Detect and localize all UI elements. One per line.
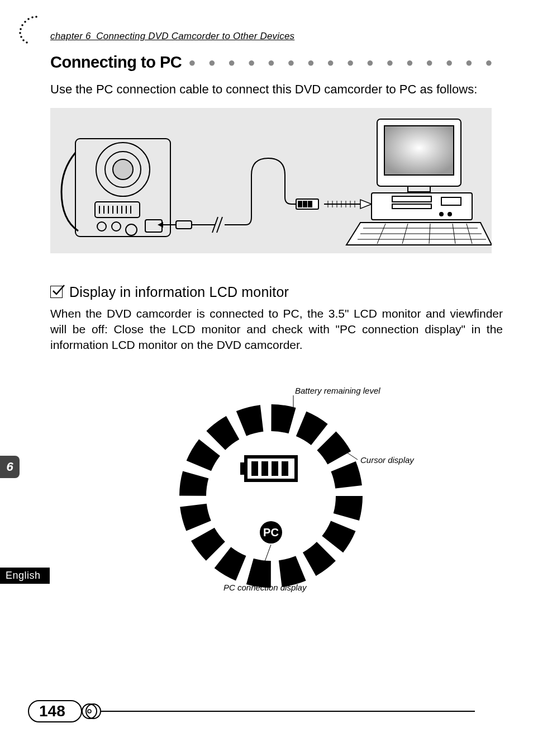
chapter-tab: 6: [0, 456, 20, 478]
svg-point-9: [26, 41, 28, 44]
pc-connection-label: PC connection display: [223, 583, 306, 592]
lcd-diagram: PC Battery remaining level Cursor displa…: [162, 387, 453, 611]
svg-marker-37: [360, 200, 372, 209]
svg-rect-67: [261, 461, 268, 476]
svg-point-53: [440, 212, 443, 216]
page-footer: 148: [28, 700, 475, 722]
checkmark-icon: [50, 286, 63, 298]
svg-point-1: [31, 16, 34, 18]
svg-point-63: [193, 418, 349, 574]
svg-rect-34: [308, 201, 312, 207]
title-row: Connecting to PC ● ● ● ● ● ● ● ● ● ● ● ●…: [50, 53, 499, 72]
svg-point-76: [88, 710, 91, 713]
manual-page: chapter 6_Connecting DVD Camcorder to Ot…: [0, 0, 533, 756]
svg-point-4: [21, 24, 23, 26]
svg-point-8: [22, 39, 25, 41]
disc-icon: [81, 703, 103, 720]
svg-point-13: [113, 159, 133, 179]
page-number: 148: [28, 700, 82, 722]
svg-point-25: [126, 224, 137, 235]
svg-rect-26: [145, 220, 162, 232]
svg-point-54: [448, 212, 451, 216]
corner-decoration-icon: [11, 14, 45, 48]
pc-badge-text: PC: [263, 526, 279, 538]
language-tab: English: [0, 568, 50, 584]
svg-point-75: [86, 704, 101, 719]
svg-rect-66: [251, 461, 258, 476]
page-title: Connecting to PC: [50, 53, 182, 72]
svg-point-0: [35, 16, 37, 18]
svg-point-5: [20, 28, 22, 30]
svg-point-7: [20, 36, 22, 38]
battery-label: Battery remaining level: [295, 386, 380, 395]
svg-rect-68: [272, 461, 278, 476]
svg-rect-33: [303, 201, 307, 207]
dot-leader: ● ● ● ● ● ● ● ● ● ● ● ● ● ● ● ● ● ● ● ● …: [188, 55, 499, 70]
svg-point-2: [27, 18, 30, 20]
svg-rect-48: [408, 186, 430, 192]
cursor-label: Cursor display: [360, 455, 414, 465]
svg-rect-32: [298, 201, 302, 207]
svg-marker-35: [158, 222, 163, 228]
footer-rule: [101, 711, 475, 712]
intro-text: Use the PC connection cable to connect t…: [50, 82, 499, 98]
svg-point-6: [19, 32, 21, 34]
connection-diagram: [50, 108, 492, 253]
chapter-header: chapter 6_Connecting DVD Camcorder to Ot…: [50, 31, 499, 42]
svg-point-24: [112, 222, 121, 231]
subheading-row: Display in information LCD monitor: [50, 284, 499, 300]
body-text: When the DVD camcorder is connected to P…: [50, 306, 503, 353]
svg-rect-65: [240, 462, 246, 475]
svg-rect-47: [384, 126, 454, 175]
svg-rect-69: [282, 461, 288, 476]
subheading: Display in information LCD monitor: [69, 284, 289, 300]
svg-point-23: [97, 222, 106, 231]
svg-rect-27: [176, 221, 192, 229]
svg-point-3: [24, 21, 26, 23]
svg-point-74: [82, 704, 97, 719]
